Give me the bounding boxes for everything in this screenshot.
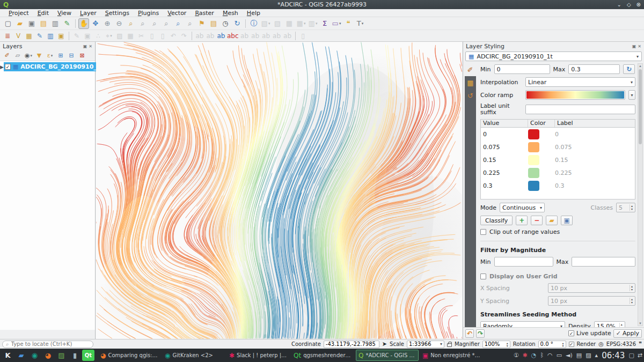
menu-mesh[interactable]: Mesh [218, 10, 243, 17]
open-layer-styling-panel-icon[interactable]: ✐ [3, 51, 11, 60]
tray-notifications-icon[interactable]: ① [514, 352, 519, 359]
field-calculator-icon[interactable]: ▦▾ [296, 18, 306, 29]
layer-expand-arrow[interactable]: ▶ [0, 64, 4, 70]
add-mesh-layer-icon[interactable]: ✎ [35, 31, 45, 41]
label-unit-suffix-input[interactable] [528, 106, 633, 113]
maximize-button[interactable]: ◇ [627, 2, 631, 8]
mode-combo[interactable]: Continuous ▾ [500, 203, 545, 212]
help-contents-icon[interactable]: ▯ [298, 31, 308, 41]
show-spatial-bookmarks-icon[interactable]: ▤ [208, 18, 219, 29]
tray-clipboard-icon[interactable]: ▤ [576, 352, 582, 359]
max-input[interactable] [571, 66, 617, 73]
add-group-icon[interactable]: ▱ [13, 51, 22, 60]
tab-style-history[interactable]: ↺ [465, 89, 476, 102]
menu-raster[interactable]: Raster [191, 10, 218, 17]
tray-volume-icon[interactable]: ◄) [566, 352, 573, 359]
pan-map-icon[interactable]: ✋ [78, 18, 89, 29]
scale-combo[interactable]: ▾ [407, 341, 444, 348]
class-color-swatch[interactable] [528, 181, 539, 191]
style-redo-button[interactable]: ↷ [476, 329, 485, 338]
task-gitkraken[interactable]: ◉GitKraken <2> [163, 350, 225, 361]
min-input[interactable] [497, 66, 547, 73]
crs-label[interactable]: EPSG:4326 [606, 341, 636, 347]
class-color-swatch[interactable] [528, 142, 539, 152]
tray-color-picker-icon[interactable]: ✱ [523, 352, 528, 359]
pin-labels-icon[interactable]: ab [195, 31, 204, 41]
live-update-checkbox[interactable]: ✓ [568, 330, 574, 336]
class-color-swatch[interactable] [528, 168, 539, 178]
task-qtcreator[interactable]: Qtqgsmeshrenderersetti... [291, 350, 354, 361]
filter-max-input[interactable] [574, 258, 633, 265]
add-vector-layer-icon[interactable]: V [13, 31, 23, 41]
task-qgis[interactable]: Q*ADCIRC - QGIS 26427... [356, 350, 419, 361]
text-annotation-icon[interactable]: T▾ [355, 18, 365, 29]
clip-out-of-range-checkbox[interactable]: ✓ [480, 229, 486, 235]
paste-features-icon[interactable]: ▯ [158, 31, 167, 41]
app-launcher-icon[interactable]: K [2, 350, 14, 361]
open-project-icon[interactable]: ▰ [14, 18, 25, 29]
remove-layer-icon[interactable]: ⊠ [78, 51, 86, 60]
map-canvas[interactable] [96, 42, 462, 339]
new-print-layout-icon[interactable]: ▥ [50, 18, 61, 29]
tray-user-switch-icon[interactable]: ◔ [531, 352, 537, 359]
image-viewer-launcher-icon[interactable]: ▨ [55, 350, 68, 361]
menu-vector[interactable]: Vector [163, 10, 191, 17]
styling-layer-selector[interactable]: ▦ ADCIRC_BG_20190910_1t ▾ [465, 51, 642, 61]
rotation-input[interactable] [540, 341, 562, 347]
messages-icon[interactable]: ❞ [639, 341, 642, 348]
add-delimited-text-layer-icon[interactable]: ▥ [46, 31, 55, 41]
magnifier-spinner[interactable]: ▴▾ [482, 341, 510, 348]
layer-labeling-options-icon[interactable]: ab [216, 31, 226, 41]
seeding-method-combo[interactable]: Randomly ▾ [480, 321, 565, 327]
tab-symbology[interactable]: ✐ [463, 63, 477, 76]
tab-mesh-symbology[interactable]: ▦ [465, 76, 476, 89]
classify-button[interactable]: Classify [480, 216, 513, 225]
terminal-launcher-icon[interactable]: ▮ [69, 350, 81, 361]
classes-input[interactable] [619, 204, 630, 211]
menu-view[interactable]: View [53, 10, 76, 17]
cut-features-icon[interactable]: ✂ [136, 31, 146, 41]
pin-unpin-labels-icon[interactable]: ab [240, 31, 250, 41]
layer-tree-item[interactable]: ▶ ✓ ▦ ADCIRC_BG_20190910_1t [0, 62, 95, 71]
zoom-next-icon[interactable]: ⌕ [185, 18, 195, 29]
rotation-spinner[interactable]: ▴▾ [538, 341, 566, 348]
data-source-manager-icon[interactable]: ≣ [3, 31, 12, 41]
save-project-as-icon[interactable]: ▤ [38, 18, 49, 29]
modify-attributes-icon[interactable]: ▨ [115, 31, 125, 41]
layer-visibility-checkbox[interactable]: ✓ [5, 64, 11, 70]
toggle-editing-icon[interactable]: ✎ [72, 31, 82, 41]
class-color-swatch[interactable] [528, 129, 539, 139]
color-ramp-button[interactable] [525, 90, 625, 100]
identify-features-icon[interactable]: ⓘ [248, 18, 259, 29]
move-label-icon[interactable]: ab [261, 31, 271, 41]
x-spacing-input[interactable] [551, 285, 630, 292]
save-project-icon[interactable]: ▣ [26, 18, 37, 29]
apply-button[interactable]: ✓Apply [613, 329, 642, 338]
minimize-button[interactable]: ⌄ [617, 2, 621, 8]
remove-class-button[interactable]: − [531, 216, 543, 225]
classes-spinner[interactable]: ▴▾ [616, 203, 635, 212]
tray-display-icon[interactable]: ▭ [557, 352, 562, 359]
class-color-swatch[interactable] [528, 155, 539, 165]
temporal-controller-icon[interactable]: ◷ [220, 18, 231, 29]
density-spinner[interactable]: ▴▾ [594, 321, 625, 327]
show-hide-labels-icon[interactable]: ab [251, 31, 260, 41]
tray-bluetooth-icon[interactable]: ᛒ [540, 352, 544, 359]
zoom-out-icon[interactable]: ⊖ [114, 18, 125, 29]
styling-scrollbar[interactable]: ▴ ▾ [638, 63, 643, 326]
x-spacing-spinner[interactable]: ▴▾ [548, 283, 635, 293]
activity-switcher-icon[interactable]: ⇄ [638, 352, 642, 359]
qt-creator-launcher-icon[interactable]: Qt [82, 350, 94, 361]
scroll-down-arrow[interactable]: ▾ [638, 321, 642, 326]
filter-legend-icon[interactable]: ▼ [35, 51, 43, 60]
tray-network-icon[interactable]: ◠ [547, 352, 553, 359]
layer-diagram-options-icon[interactable]: abc [227, 31, 239, 41]
highlight-pinned-labels-icon[interactable]: ab [206, 31, 215, 41]
scrollbar-thumb[interactable] [639, 69, 642, 144]
menu-edit[interactable]: Edit [33, 10, 53, 17]
styling-panel-close-button[interactable]: ✕ [638, 44, 641, 49]
menu-plugins[interactable]: Plugins [134, 10, 163, 17]
manage-map-themes-icon[interactable]: ◉▾ [24, 51, 33, 60]
copy-features-icon[interactable]: ▯ [147, 31, 157, 41]
tray-screenshot-icon[interactable]: ▨ [586, 352, 591, 359]
